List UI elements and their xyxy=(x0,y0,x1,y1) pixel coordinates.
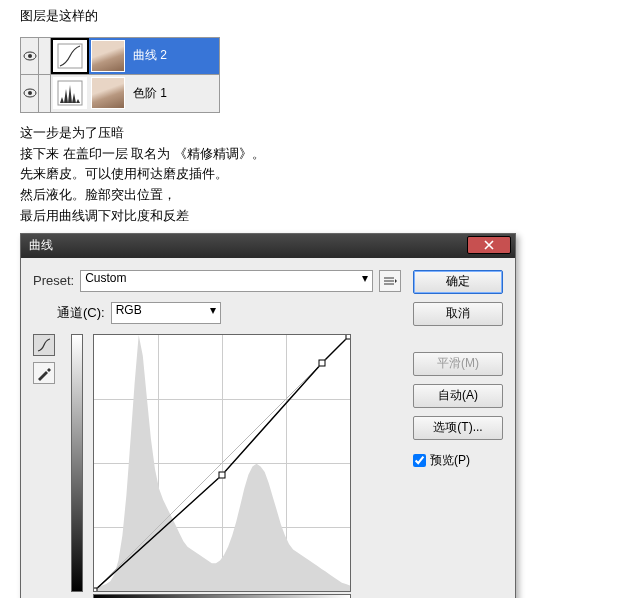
auto-button[interactable]: 自动(A) xyxy=(413,384,503,408)
pencil-tool-button[interactable] xyxy=(33,362,55,384)
input-gradient xyxy=(93,594,351,598)
channel-select[interactable]: RGB ▾ xyxy=(111,302,221,324)
preset-select[interactable]: Custom ▾ xyxy=(80,270,373,292)
layer-row-curves2[interactable]: 曲线 2 xyxy=(20,37,220,75)
preset-label: Preset: xyxy=(33,273,74,288)
preset-menu-button[interactable] xyxy=(379,270,401,292)
layer-name[interactable]: 曲线 2 xyxy=(127,47,219,64)
preview-checkbox[interactable] xyxy=(413,454,426,467)
article-line-1: 图层是这样的 xyxy=(0,0,617,33)
article-line-4: 先来磨皮。可以使用柯达磨皮插件。 xyxy=(20,164,597,185)
article-line-2: 这一步是为了压暗 xyxy=(20,123,597,144)
visibility-toggle[interactable] xyxy=(21,75,39,112)
curve-point[interactable] xyxy=(219,471,226,478)
options-button[interactable]: 选项(T)... xyxy=(413,416,503,440)
layer-adjustment-thumb[interactable] xyxy=(53,40,87,72)
layer-name[interactable]: 色阶 1 xyxy=(127,85,219,102)
curve-point[interactable] xyxy=(93,587,98,592)
layer-row-levels1[interactable]: 色阶 1 xyxy=(20,75,220,113)
output-gradient xyxy=(71,334,83,592)
article-line-3: 接下来 在盖印一层 取名为 《精修精调》。 xyxy=(20,144,597,165)
article-body: 这一步是为了压暗 接下来 在盖印一层 取名为 《精修精调》。 先来磨皮。可以使用… xyxy=(0,117,617,233)
layers-panel: 曲线 2 色阶 1 xyxy=(20,37,220,113)
layer-link-spacer xyxy=(39,38,51,74)
dialog-titlebar[interactable]: 曲线 xyxy=(21,234,515,258)
svg-point-4 xyxy=(28,91,32,95)
close-button[interactable] xyxy=(467,236,511,254)
curve-point[interactable] xyxy=(346,334,352,340)
visibility-toggle[interactable] xyxy=(21,38,39,74)
layer-link-spacer xyxy=(39,75,51,112)
layer-mask-thumb[interactable] xyxy=(91,40,125,72)
preset-value: Custom xyxy=(85,271,126,285)
ok-button[interactable]: 确定 xyxy=(413,270,503,294)
preview-label: 预览(P) xyxy=(430,452,470,469)
curve-graph[interactable] xyxy=(93,334,351,592)
channel-value: RGB xyxy=(116,303,142,317)
curve-point[interactable] xyxy=(319,359,326,366)
svg-line-9 xyxy=(94,335,350,591)
layer-adjustment-thumb[interactable] xyxy=(53,77,87,109)
curve-tool-button[interactable] xyxy=(33,334,55,356)
smooth-button: 平滑(M) xyxy=(413,352,503,376)
curve-line xyxy=(94,335,350,591)
article-line-5: 然后液化。脸部突出位置， xyxy=(20,185,597,206)
channel-label: 通道(C): xyxy=(57,304,105,322)
layer-mask-thumb[interactable] xyxy=(91,77,125,109)
cancel-button[interactable]: 取消 xyxy=(413,302,503,326)
chevron-down-icon: ▾ xyxy=(362,271,368,285)
chevron-down-icon: ▾ xyxy=(210,303,216,317)
article-line-6: 最后用曲线调下对比度和反差 xyxy=(20,206,597,227)
curves-dialog: 曲线 Preset: Custom ▾ 通道(C): RGB ▾ xyxy=(20,233,516,598)
svg-point-1 xyxy=(28,54,32,58)
dialog-title: 曲线 xyxy=(29,237,53,254)
